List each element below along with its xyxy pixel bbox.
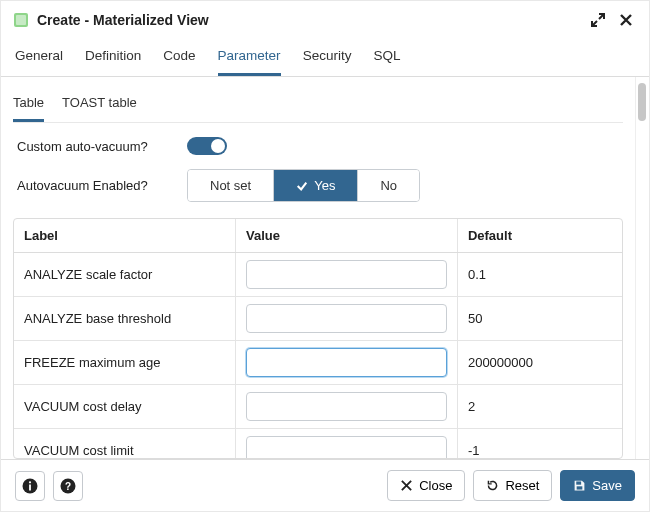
svg-rect-8	[577, 486, 583, 489]
scrollbar-vertical[interactable]	[635, 77, 649, 459]
seg-no[interactable]: No	[357, 170, 419, 201]
cell-default: 200000000	[458, 341, 622, 384]
label-autovacuum-enabled: Autovacuum Enabled?	[17, 178, 187, 193]
cell-label: VACUUM cost delay	[14, 385, 236, 428]
scrollbar-thumb[interactable]	[638, 83, 646, 121]
app-icon	[13, 12, 29, 28]
table-body: ANALYZE scale factor0.1ANALYZE base thre…	[14, 253, 622, 458]
cell-value	[236, 385, 458, 428]
seg-not-set[interactable]: Not set	[188, 170, 273, 201]
tab-definition[interactable]: Definition	[85, 39, 141, 76]
row-autovacuum-enabled: Autovacuum Enabled? Not setYesNo	[17, 169, 619, 202]
th-value: Value	[236, 219, 458, 252]
th-label: Label	[14, 219, 236, 252]
save-button[interactable]: Save	[560, 470, 635, 501]
cell-default: 50	[458, 297, 622, 340]
close-button[interactable]: Close	[387, 470, 465, 501]
cell-default: 2	[458, 385, 622, 428]
value-input[interactable]	[246, 304, 447, 333]
label-custom-auto-vacuum: Custom auto-vacuum?	[17, 139, 187, 154]
cell-value	[236, 253, 458, 296]
table-row: FREEZE maximum age200000000	[14, 341, 622, 385]
cell-label: VACUUM cost limit	[14, 429, 236, 458]
tab-security[interactable]: Security	[303, 39, 352, 76]
parameter-table: Label Value Default ANALYZE scale factor…	[13, 218, 623, 459]
cell-value	[236, 297, 458, 340]
info-button[interactable]	[15, 471, 45, 501]
value-input[interactable]	[246, 436, 447, 458]
svg-point-4	[29, 481, 31, 483]
svg-rect-3	[29, 484, 31, 490]
reset-button[interactable]: Reset	[473, 470, 552, 501]
table-header: Label Value Default	[14, 219, 622, 253]
cell-default: 0.1	[458, 253, 622, 296]
content-wrap: TableTOAST table Custom auto-vacuum? Aut…	[1, 77, 649, 459]
svg-rect-1	[16, 15, 26, 25]
cell-value	[236, 341, 458, 384]
segmented-autovacuum-enabled: Not setYesNo	[187, 169, 420, 202]
table-row: VACUUM cost limit-1	[14, 429, 622, 458]
dialog-title: Create - Materialized View	[37, 12, 581, 28]
row-custom-auto-vacuum: Custom auto-vacuum?	[17, 137, 619, 155]
tab-sql[interactable]: SQL	[373, 39, 400, 76]
table-row: VACUUM cost delay2	[14, 385, 622, 429]
close-button-label: Close	[419, 478, 452, 493]
cell-value	[236, 429, 458, 458]
subtab-table[interactable]: Table	[13, 87, 44, 122]
tab-code[interactable]: Code	[163, 39, 195, 76]
help-button[interactable]: ?	[53, 471, 83, 501]
table-row: ANALYZE scale factor0.1	[14, 253, 622, 297]
seg-yes[interactable]: Yes	[273, 170, 357, 201]
subtab-toast-table[interactable]: TOAST table	[62, 87, 137, 122]
value-input[interactable]	[246, 392, 447, 421]
value-input[interactable]	[246, 260, 447, 289]
titlebar: Create - Materialized View	[1, 1, 649, 39]
cell-label: ANALYZE scale factor	[14, 253, 236, 296]
cell-label: ANALYZE base threshold	[14, 297, 236, 340]
toggle-custom-auto-vacuum[interactable]	[187, 137, 227, 155]
tab-parameter[interactable]: Parameter	[218, 39, 281, 76]
svg-text:?: ?	[65, 480, 71, 491]
dialog-create-materialized-view: Create - Materialized View GeneralDefini…	[0, 0, 650, 512]
save-button-label: Save	[592, 478, 622, 493]
content-inner: TableTOAST table Custom auto-vacuum? Aut…	[1, 77, 635, 459]
svg-rect-7	[577, 481, 582, 484]
reset-button-label: Reset	[505, 478, 539, 493]
cell-default: -1	[458, 429, 622, 458]
footer: ? Close Reset Save	[1, 459, 649, 511]
table-row: ANALYZE base threshold50	[14, 297, 622, 341]
expand-button[interactable]	[587, 9, 609, 31]
tab-general[interactable]: General	[15, 39, 63, 76]
cell-label: FREEZE maximum age	[14, 341, 236, 384]
main-tabs: GeneralDefinitionCodeParameterSecuritySQ…	[1, 39, 649, 77]
close-window-button[interactable]	[615, 9, 637, 31]
form-area: Custom auto-vacuum? Autovacuum Enabled? …	[13, 123, 623, 216]
th-default: Default	[458, 219, 622, 252]
value-input[interactable]	[246, 348, 447, 377]
sub-tabs: TableTOAST table	[13, 87, 623, 123]
